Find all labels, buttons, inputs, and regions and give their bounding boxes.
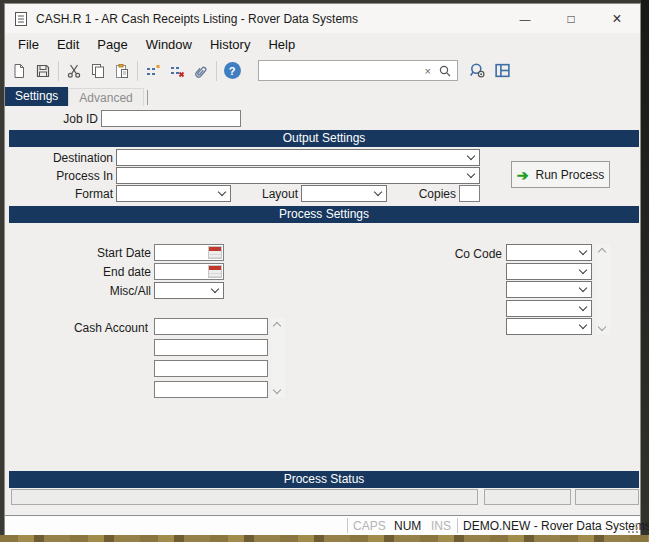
copies-label: Copies bbox=[394, 187, 456, 201]
help-button[interactable]: ? bbox=[220, 59, 244, 83]
title-bar: CASH.R 1 - AR Cash Receipts Listing - Ro… bbox=[5, 4, 640, 33]
attachment-icon[interactable] bbox=[189, 59, 213, 83]
cash-account-label: Cash Account bbox=[46, 321, 148, 335]
co-code-select-2[interactable] bbox=[506, 263, 592, 280]
menu-history[interactable]: History bbox=[201, 35, 259, 54]
search-icon[interactable] bbox=[438, 64, 452, 78]
format-label: Format bbox=[53, 187, 113, 201]
status-bar: CAPS NUM INS DEMO.NEW - Rover Data Syste… bbox=[5, 515, 640, 535]
status-panel-3 bbox=[575, 489, 639, 505]
clear-search-icon[interactable]: × bbox=[425, 65, 431, 77]
co-code-select-3[interactable] bbox=[506, 281, 592, 298]
tab-advanced[interactable]: Advanced bbox=[68, 88, 143, 106]
co-code-select-5[interactable] bbox=[506, 318, 592, 335]
tab-divider bbox=[147, 90, 148, 105]
toolbar: ? × bbox=[5, 56, 640, 85]
desktop-edge-right bbox=[641, 0, 649, 542]
resize-grip[interactable] bbox=[628, 523, 638, 533]
calendar-icon[interactable] bbox=[208, 246, 222, 259]
scroll-up-icon[interactable] bbox=[598, 248, 606, 256]
destination-select[interactable] bbox=[116, 149, 480, 166]
chevron-down-icon bbox=[374, 188, 382, 196]
app-window: CASH.R 1 - AR Cash Receipts Listing - Ro… bbox=[4, 3, 641, 536]
end-date-label: End date bbox=[69, 265, 151, 279]
job-id-input[interactable] bbox=[101, 110, 241, 127]
window-controls: — □ × bbox=[502, 4, 640, 33]
scroll-up-icon[interactable] bbox=[273, 322, 281, 330]
tab-settings[interactable]: Settings bbox=[5, 87, 68, 106]
job-id-label: Job ID bbox=[28, 112, 98, 126]
toolbar-separator bbox=[137, 61, 138, 81]
co-code-scrollbar[interactable] bbox=[596, 244, 610, 335]
toolbar-separator bbox=[58, 61, 59, 81]
chevron-down-icon bbox=[467, 152, 475, 160]
statusbar-separator bbox=[347, 518, 348, 533]
document-icon bbox=[14, 11, 28, 27]
chevron-down-icon bbox=[467, 170, 475, 178]
paste-button[interactable] bbox=[110, 59, 134, 83]
save-button[interactable] bbox=[31, 59, 55, 83]
run-process-label: Run Process bbox=[536, 168, 605, 182]
window-layout-button[interactable] bbox=[490, 59, 514, 83]
toolbar-search: × bbox=[258, 60, 458, 81]
cash-account-input-1[interactable] bbox=[154, 318, 268, 335]
desktop-background: CASH.R 1 - AR Cash Receipts Listing - Ro… bbox=[0, 0, 649, 542]
process-in-label: Process In bbox=[33, 169, 113, 183]
maximize-button[interactable]: □ bbox=[548, 4, 594, 33]
window-title: CASH.R 1 - AR Cash Receipts Listing - Ro… bbox=[36, 12, 358, 26]
close-button[interactable]: × bbox=[594, 4, 640, 33]
run-process-button[interactable]: ➔ Run Process bbox=[511, 161, 610, 188]
run-arrow-icon: ➔ bbox=[517, 168, 529, 182]
search-input[interactable] bbox=[264, 64, 425, 78]
minimize-button[interactable]: — bbox=[502, 4, 548, 33]
end-date-input[interactable] bbox=[155, 264, 207, 279]
menu-help[interactable]: Help bbox=[259, 35, 304, 54]
delete-rows-button[interactable] bbox=[165, 59, 189, 83]
copy-button[interactable] bbox=[86, 59, 110, 83]
menu-bar: File Edit Page Window History Help bbox=[5, 33, 640, 56]
layout-select[interactable] bbox=[301, 185, 387, 202]
misc-all-label: Misc/All bbox=[69, 284, 151, 298]
process-status-header: Process Status bbox=[9, 471, 639, 488]
end-date-field[interactable] bbox=[154, 263, 224, 280]
cash-account-input-4[interactable] bbox=[154, 381, 268, 398]
copies-input[interactable] bbox=[459, 185, 480, 202]
insert-rows-button[interactable] bbox=[141, 59, 165, 83]
new-document-button[interactable] bbox=[7, 59, 31, 83]
calendar-icon[interactable] bbox=[208, 265, 222, 278]
statusbar-separator bbox=[457, 518, 458, 533]
process-settings-header: Process Settings bbox=[9, 206, 639, 223]
scroll-down-icon[interactable] bbox=[598, 323, 606, 331]
status-panel-2 bbox=[484, 489, 571, 505]
layout-label: Layout bbox=[246, 187, 298, 201]
misc-all-select[interactable] bbox=[154, 282, 224, 299]
scroll-down-icon[interactable] bbox=[273, 386, 281, 394]
num-lock-indicator: NUM bbox=[394, 519, 421, 533]
toolbar-separator bbox=[216, 61, 217, 81]
cash-account-scrollbar[interactable] bbox=[271, 318, 285, 398]
co-code-label: Co Code bbox=[420, 247, 502, 261]
desktop-edge-bottom bbox=[0, 535, 649, 542]
chevron-down-icon bbox=[579, 284, 587, 292]
start-date-input[interactable] bbox=[155, 245, 207, 260]
insert-mode-indicator: INS bbox=[431, 519, 451, 533]
cash-account-input-2[interactable] bbox=[154, 339, 268, 356]
chevron-down-icon bbox=[579, 303, 587, 311]
process-in-select[interactable] bbox=[116, 167, 480, 184]
menu-edit[interactable]: Edit bbox=[48, 35, 88, 54]
cash-account-input-3[interactable] bbox=[154, 360, 268, 377]
lookup-preview-button[interactable] bbox=[466, 59, 490, 83]
session-context: DEMO.NEW - Rover Data Systems bbox=[463, 519, 649, 533]
cut-button[interactable] bbox=[62, 59, 86, 83]
chevron-down-icon bbox=[579, 321, 587, 329]
menu-window[interactable]: Window bbox=[137, 35, 201, 54]
output-settings-header: Output Settings bbox=[9, 130, 639, 147]
co-code-select-4[interactable] bbox=[506, 300, 592, 317]
chevron-down-icon bbox=[579, 247, 587, 255]
chevron-down-icon bbox=[579, 266, 587, 274]
menu-page[interactable]: Page bbox=[88, 35, 136, 54]
format-select[interactable] bbox=[116, 185, 231, 202]
start-date-field[interactable] bbox=[154, 244, 224, 261]
menu-file[interactable]: File bbox=[9, 35, 48, 54]
co-code-select-1[interactable] bbox=[506, 244, 592, 261]
